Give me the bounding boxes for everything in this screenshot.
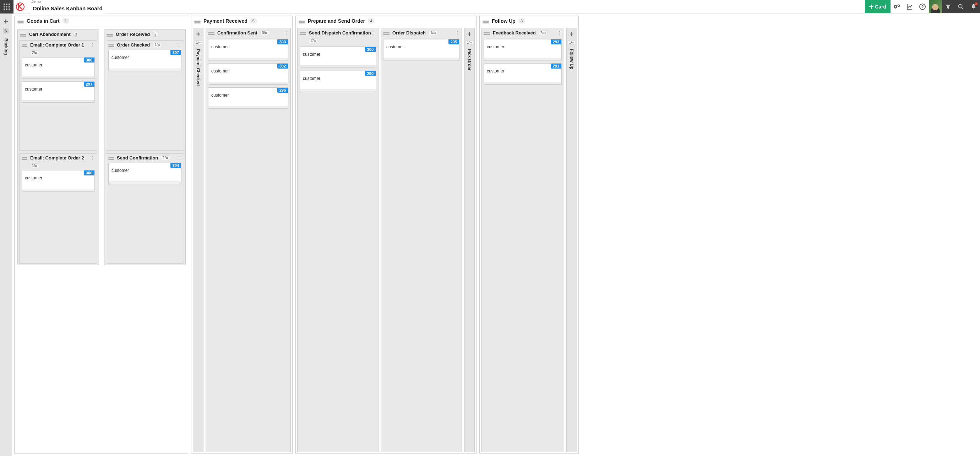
sublane-title: Send Confirmation xyxy=(117,155,158,161)
kanban-card[interactable]: 291customer xyxy=(484,63,562,85)
add-card-button[interactable]: Card xyxy=(865,0,891,13)
lane-label: Pick Order xyxy=(467,49,472,71)
more-menu-button[interactable]: ⋮ xyxy=(455,30,460,36)
sublane-header[interactable]: Email: Complete Order 1 ⋮ 2/∞ xyxy=(19,41,97,56)
lane-header[interactable]: Cart Abandonment 3 xyxy=(18,29,99,39)
kanban-card[interactable]: 295customer xyxy=(383,39,460,61)
lane-order-dispatch: Order Dispatch 1/∞ ⋮ 295customer xyxy=(381,28,462,452)
kanban-card[interactable]: 307 customer xyxy=(108,50,181,71)
svg-text:?: ? xyxy=(921,5,924,9)
card-title: customer xyxy=(300,71,375,84)
more-menu-button[interactable]: ⋮ xyxy=(177,42,181,48)
filter-icon xyxy=(945,4,951,10)
backlog-add-button[interactable]: + xyxy=(3,17,8,26)
sublane-send-confirmation: Send Confirmation 1/∞ ⋮ 304 customer xyxy=(106,153,184,263)
card-id: 306 xyxy=(84,171,94,175)
kanban-card[interactable]: 297 customer xyxy=(22,81,95,103)
app-launcher-button[interactable] xyxy=(0,0,13,13)
lane-wip: 1/∞ xyxy=(429,30,438,35)
lane-header[interactable]: Confirmation Sent 3/∞ ⋮ xyxy=(206,28,290,38)
board-title-block: Demo Online Sales Kanban Board xyxy=(27,0,108,14)
lane-wip: 3/∞ xyxy=(260,30,269,35)
collapsed-lane-pick-order[interactable]: + 1/∞ Pick Order xyxy=(464,28,475,452)
kanban-card[interactable]: 303customer xyxy=(208,39,288,61)
notifications-button[interactable] xyxy=(967,0,980,13)
backlog-rail: + 6 Backlog xyxy=(0,13,12,456)
lane-header[interactable]: Send Dispatch Confirmation ⋮ 2/∞ xyxy=(298,28,378,45)
kanban-card[interactable]: 304 customer xyxy=(108,163,181,184)
sublane-header[interactable]: Order Checked 1/∞ ⋮ xyxy=(106,41,184,48)
more-menu-button[interactable]: ⋮ xyxy=(90,155,95,161)
kanban-card[interactable]: 290customer xyxy=(300,71,376,92)
sublane-email-complete-order-2: Email: Complete Order 2 ⋮ 1/∞ 306 custom… xyxy=(19,153,97,263)
svg-rect-7 xyxy=(6,8,8,10)
drag-handle-icon xyxy=(22,45,27,45)
lane-header[interactable]: Order Received 2 xyxy=(104,29,185,39)
column-header[interactable]: Follow Up 3 xyxy=(480,16,578,26)
lane-order-received: Order Received 2 Order Checked 1/∞ ⋮ xyxy=(104,29,186,265)
svg-rect-1 xyxy=(6,3,8,5)
drag-handle-icon xyxy=(20,34,26,35)
card-title: customer xyxy=(208,40,288,52)
sublane-header[interactable]: Send Confirmation 1/∞ ⋮ xyxy=(106,154,184,161)
kanban-card[interactable]: 296customer xyxy=(208,88,288,109)
column-count: 3 xyxy=(519,19,525,24)
lane-header[interactable]: Order Dispatch 1/∞ ⋮ xyxy=(381,28,461,38)
svg-rect-2 xyxy=(8,3,10,5)
kanban-card[interactable]: 306 customer xyxy=(22,170,95,191)
sublane-wip: 2/∞ xyxy=(30,50,39,55)
column-header[interactable]: Prepare and Send Order 4 xyxy=(296,16,476,26)
sublane-wip: 1/∞ xyxy=(30,163,39,168)
lane-title: Confirmation Sent xyxy=(217,30,258,35)
more-menu-button[interactable]: ⋮ xyxy=(90,42,95,48)
column-follow-up: Follow Up 3 Feedback Received 2/∞ ⋮ 293c… xyxy=(479,16,579,454)
backlog-label: Backlog xyxy=(3,38,8,55)
lane-cart-abandonment: Cart Abandonment 3 Email: Complete Order… xyxy=(18,29,99,265)
lane-add-button[interactable]: + xyxy=(570,30,574,38)
card-id: 302 xyxy=(277,64,288,69)
column-goods-in-cart: Goods in Cart 5 Cart Abandonment 3 xyxy=(14,16,188,454)
settings-button[interactable] xyxy=(891,0,903,13)
kanban-card[interactable]: 308 customer xyxy=(22,57,95,78)
collapsed-lane-payment-checked[interactable]: + 2/∞ Payment Checked xyxy=(193,28,204,452)
column-header[interactable]: Goods in Cart 5 xyxy=(14,16,188,26)
more-menu-button[interactable]: ⋮ xyxy=(177,155,181,161)
topbar-right: Card ? xyxy=(865,0,980,13)
kanbanize-logo-icon xyxy=(16,3,24,11)
column-header[interactable]: Payment Received 5 xyxy=(191,16,292,26)
lane-header[interactable]: Feedback Received 2/∞ ⋮ xyxy=(482,28,564,38)
lane-add-button[interactable]: + xyxy=(196,30,200,38)
kanban-card[interactable]: 293customer xyxy=(484,39,562,61)
filter-button[interactable] xyxy=(942,0,955,13)
svg-rect-0 xyxy=(3,3,5,5)
analytics-button[interactable] xyxy=(903,0,916,13)
user-avatar[interactable] xyxy=(929,0,942,13)
card-title: customer xyxy=(383,40,459,52)
kanban-card[interactable]: 302customer xyxy=(208,63,288,85)
collapsed-lane-follow-up[interactable]: + 1/∞ Follow Up xyxy=(566,28,577,452)
sublane-title: Email: Complete Order 2 xyxy=(30,155,84,161)
sublane-title: Email: Complete Order 1 xyxy=(30,42,84,48)
more-menu-button[interactable]: ⋮ xyxy=(371,30,376,36)
svg-rect-4 xyxy=(6,6,8,8)
app-logo[interactable] xyxy=(13,3,27,11)
drag-handle-icon xyxy=(299,21,305,22)
lane-label: Follow Up xyxy=(569,49,574,69)
lane-wip: 1/∞ xyxy=(568,40,576,45)
svg-rect-3 xyxy=(3,6,5,8)
kanban-card[interactable]: 300customer xyxy=(300,46,376,68)
card-id: 300 xyxy=(365,47,375,52)
help-icon: ? xyxy=(919,3,926,10)
lane-add-button[interactable]: + xyxy=(467,30,471,38)
card-id: 303 xyxy=(277,40,288,45)
more-menu-button[interactable]: ⋮ xyxy=(557,30,562,36)
chart-icon xyxy=(907,3,913,10)
lane-wip: 2/∞ xyxy=(194,40,202,45)
plus-icon xyxy=(869,5,873,9)
help-button[interactable]: ? xyxy=(916,0,929,13)
sublane-header[interactable]: Email: Complete Order 2 ⋮ 1/∞ xyxy=(19,154,97,169)
svg-rect-6 xyxy=(3,8,5,10)
search-button[interactable] xyxy=(955,0,967,13)
more-menu-button[interactable]: ⋮ xyxy=(284,30,288,36)
lane-wip: 2/∞ xyxy=(309,38,318,43)
